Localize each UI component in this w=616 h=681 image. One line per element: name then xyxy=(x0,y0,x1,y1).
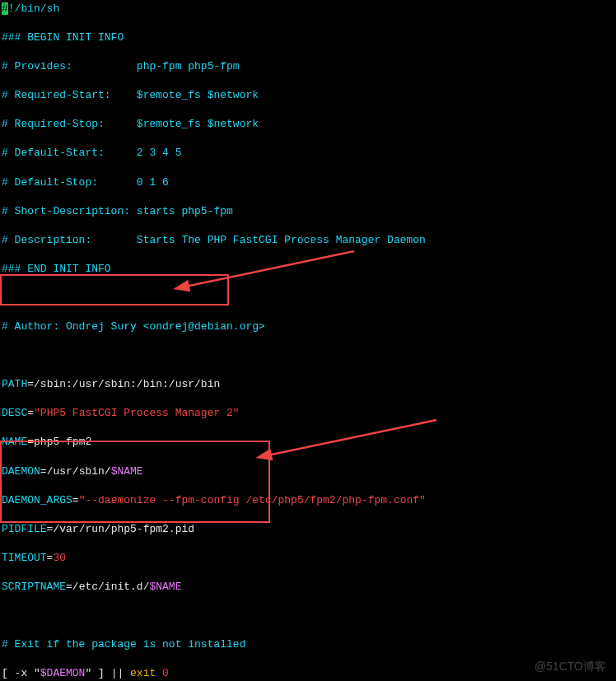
watermark: @51CTO博客 xyxy=(534,659,606,674)
init-end: ### END INIT INFO xyxy=(0,262,616,277)
editor-content: #!/bin/sh ### BEGIN INIT INFO # Provides… xyxy=(0,2,616,681)
author-comment: # Author: Ondrej Sury <ondrej@debian.org… xyxy=(0,320,616,334)
exit-comment: # Exit if the package is not installed xyxy=(0,637,616,652)
init-begin: ### BEGIN INIT INFO xyxy=(0,30,616,45)
cursor: # xyxy=(2,2,8,15)
